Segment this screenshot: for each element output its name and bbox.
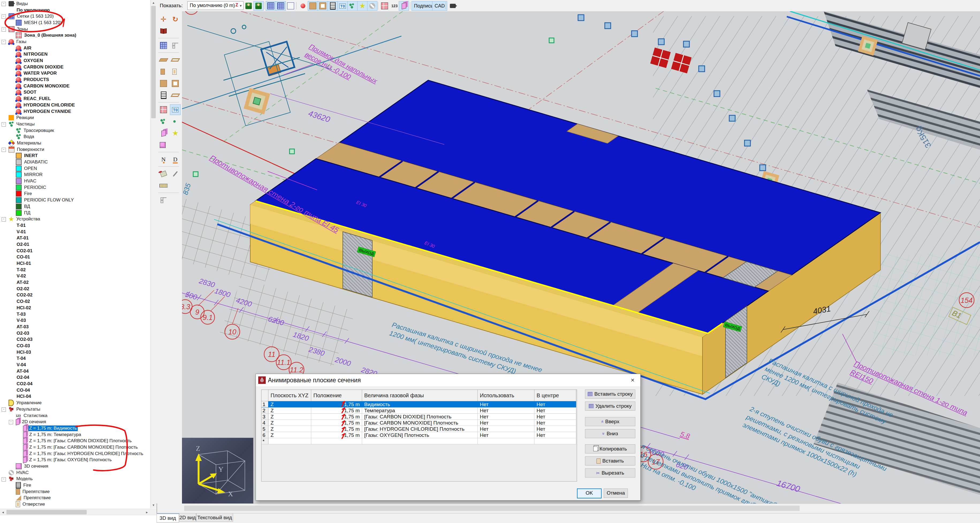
statistics-button[interactable] bbox=[390, 1, 399, 11]
slices-visibility-button[interactable] bbox=[399, 1, 409, 11]
move-up-button[interactable]: »Вверх bbox=[585, 417, 635, 426]
tree-item-fire[interactable]: Fire bbox=[0, 482, 150, 488]
tree-item-device[interactable]: CO-01 bbox=[0, 254, 150, 261]
tree-item-slice-visibility[interactable]: Z = 1,75 m: Видимость bbox=[0, 425, 150, 431]
tree-item-particles[interactable]: Частицы bbox=[0, 121, 150, 127]
person-visible-button[interactable] bbox=[253, 1, 264, 11]
new-2d-slice-button[interactable] bbox=[158, 128, 169, 138]
tree-item-device[interactable]: HCl-04 bbox=[0, 394, 150, 400]
tree-horizontal-scrollbar[interactable]: ◄ ► bbox=[0, 509, 157, 515]
new-mesh-button[interactable] bbox=[158, 40, 169, 51]
col-header[interactable]: Плоскость XYZ bbox=[269, 390, 311, 401]
scroll-right-icon[interactable]: ► bbox=[144, 509, 150, 515]
tree-item-device[interactable]: CO2-04 bbox=[0, 381, 150, 387]
tree-item-3d-slices[interactable]: 3D сечения bbox=[0, 463, 150, 469]
insert-row-button[interactable]: Вставить строку bbox=[585, 389, 635, 399]
tree-item-tracer[interactable]: Трассировщик bbox=[0, 127, 150, 134]
dialog-titlebar[interactable]: Анимированые плоские сечения × bbox=[256, 374, 640, 386]
new-fire-button[interactable] bbox=[158, 90, 169, 100]
tree-item-results[interactable]: Результаты bbox=[0, 406, 150, 413]
tree-item-hole[interactable]: Отверстие bbox=[0, 501, 150, 507]
close-icon[interactable]: × bbox=[628, 376, 636, 384]
new-slab-hole-button[interactable] bbox=[170, 54, 181, 65]
scrollbar-thumb[interactable] bbox=[151, 6, 156, 118]
pan-tool-button[interactable]: ✛ bbox=[158, 14, 169, 25]
options-list-button[interactable] bbox=[158, 195, 169, 205]
tree-item-gases[interactable]: Газы bbox=[0, 38, 150, 45]
tree-item-device[interactable]: O2-03 bbox=[0, 330, 150, 337]
tree-item-device[interactable]: CO2-01 bbox=[0, 248, 150, 254]
tree-item-device[interactable]: O2-01 bbox=[0, 241, 150, 248]
particles-cloud-button[interactable] bbox=[158, 116, 169, 127]
cad-toggle-button[interactable]: CAD bbox=[432, 1, 447, 11]
table-row[interactable]: 2Z1,75 mТемператураНетНет bbox=[261, 407, 577, 413]
tree-item-device[interactable]: CO-04 bbox=[0, 387, 150, 394]
tree-item-gas[interactable]: OXYGEN bbox=[0, 57, 150, 64]
tree-item-statistics[interactable]: Статистика bbox=[0, 413, 150, 419]
collapse-icon[interactable] bbox=[2, 2, 6, 6]
tree-item-obstruction[interactable]: Препятствие bbox=[0, 495, 150, 501]
table-row[interactable]: 4Z1,75 m[Газы: CARBON MONOXIDE] Плотност… bbox=[261, 420, 577, 426]
tree-item-model[interactable]: Модель bbox=[0, 476, 150, 482]
tree-item-surfaces[interactable]: Поверхности bbox=[0, 146, 150, 153]
viewport-scrollbar[interactable] bbox=[182, 504, 980, 513]
mesh-wire-button[interactable] bbox=[286, 1, 296, 11]
tree-item-device[interactable]: O2-02 bbox=[0, 286, 150, 292]
collapse-icon[interactable] bbox=[2, 148, 6, 152]
fire-visibility-button[interactable] bbox=[328, 1, 338, 11]
tree-item-device[interactable]: CO-03 bbox=[0, 343, 150, 349]
tree-item-device[interactable]: CO2-02 bbox=[0, 292, 150, 299]
tree-item-gas[interactable]: CARBON DIOXIDE bbox=[0, 64, 150, 70]
collapse-icon[interactable] bbox=[2, 14, 6, 19]
particles-visibility-button[interactable] bbox=[347, 1, 358, 11]
tab-2d-view[interactable]: 2D вид bbox=[179, 513, 196, 521]
person-view-button[interactable] bbox=[243, 1, 254, 11]
label-toggle-button[interactable]: Подпись bbox=[412, 1, 435, 11]
tree-item-surface[interactable]: ADIABATIC bbox=[0, 159, 150, 165]
label-n-tool-button[interactable] bbox=[158, 154, 169, 165]
collapse-icon[interactable] bbox=[2, 27, 6, 32]
cut-button[interactable]: ✂Вырезать bbox=[585, 469, 635, 477]
tree-item-device[interactable]: V-02 bbox=[0, 273, 150, 280]
scroll-left-icon[interactable]: ◄ bbox=[0, 509, 6, 515]
collapse-icon[interactable] bbox=[2, 407, 6, 412]
tab-text-view[interactable]: Текстовый вид bbox=[196, 513, 233, 521]
tree-item-surface[interactable]: MIRROR bbox=[0, 172, 150, 178]
new-device-button[interactable] bbox=[170, 128, 181, 138]
tree-item-surface[interactable]: Fire bbox=[0, 191, 150, 197]
t0-visibility-button[interactable]: T0 bbox=[337, 1, 348, 11]
collapse-icon[interactable] bbox=[2, 122, 6, 127]
tree-item-device[interactable]: AT-01 bbox=[0, 235, 150, 241]
tree-item-device[interactable]: T-04 bbox=[0, 356, 150, 362]
tree-item-gas[interactable]: CARBON MONOXIDE bbox=[0, 83, 150, 89]
tree-item-device[interactable]: AT-02 bbox=[0, 279, 150, 286]
tree-item-zone0[interactable]: Зона_0 (Внешняя зона) bbox=[0, 32, 150, 38]
ok-button[interactable]: OK bbox=[577, 488, 601, 498]
table-row[interactable]: 3Z1,75 m[Газы: CARBON DIOXIDE] Плотность… bbox=[261, 413, 577, 420]
tree-item-water[interactable]: Вода bbox=[0, 134, 150, 140]
scrollbar-thumb[interactable] bbox=[184, 506, 800, 511]
tab-3d-view[interactable]: 3D вид bbox=[157, 513, 179, 523]
collapse-icon[interactable] bbox=[2, 217, 6, 221]
obstruction-visibility-button[interactable] bbox=[308, 1, 318, 11]
tree-item-device[interactable]: V-01 bbox=[0, 229, 150, 235]
delete-row-button[interactable]: Удалить строку bbox=[585, 402, 635, 411]
table-new-row[interactable]: * bbox=[261, 438, 577, 444]
orbit-tool-button[interactable] bbox=[158, 26, 169, 37]
tree-item-surface[interactable]: ВД bbox=[0, 203, 150, 210]
paste-button[interactable]: Вставить bbox=[585, 456, 635, 466]
table-row[interactable]: 1Z1,75 mВидимостьНетНет bbox=[261, 401, 577, 407]
tree-item-zones[interactable]: Зоны bbox=[0, 26, 150, 32]
tree-item-device[interactable]: T-02 bbox=[0, 267, 150, 273]
tree-item-device[interactable]: CO-02 bbox=[0, 298, 150, 305]
tree-item-device[interactable]: CO2-03 bbox=[0, 336, 150, 343]
new-box-button[interactable] bbox=[158, 78, 169, 89]
tree-item-gas[interactable]: REAC_FUEL bbox=[0, 95, 150, 102]
tree-item-control[interactable]: Управление bbox=[0, 400, 150, 406]
tree-item-slice-hcl[interactable]: Z = 1,75 m: [Газы: HYDROGEN CHLORIDE] Пл… bbox=[0, 450, 150, 457]
col-header[interactable]: Использовать вектор? bbox=[478, 390, 535, 401]
tree-item-slice-oxygen[interactable]: Z = 1,75 m: [Газы: OXYGEN] Плотность bbox=[0, 457, 150, 463]
tree-item-surface[interactable]: PERIODIC bbox=[0, 184, 150, 191]
eyedropper-tool-button[interactable] bbox=[170, 169, 181, 179]
tree-item-surface[interactable]: PERIODIC FLOW ONLY bbox=[0, 197, 150, 203]
